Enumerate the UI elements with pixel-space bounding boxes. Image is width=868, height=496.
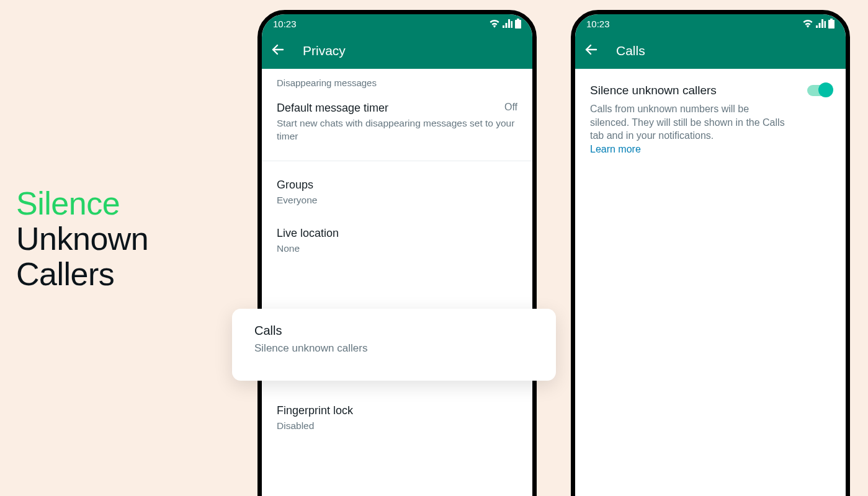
status-bar: 10:23 <box>575 14 846 33</box>
battery-icon <box>515 19 521 29</box>
wifi-icon <box>489 19 500 28</box>
toggle-thumb-icon <box>818 82 833 97</box>
back-arrow-icon[interactable] <box>584 42 599 60</box>
calls-sub: Silence unknown callers <box>254 342 534 356</box>
divider <box>262 161 532 161</box>
live-location-sub: None <box>277 242 517 255</box>
calls-header: Calls <box>575 33 846 69</box>
groups-sub: Everyone <box>277 194 517 207</box>
silence-sub: Calls from unknown numbers will be silen… <box>590 102 789 143</box>
setting-groups[interactable]: Groups Everyone <box>262 170 532 218</box>
status-bar: 10:23 <box>262 14 532 33</box>
feature-headline: Silence Unknown Callers <box>16 186 148 293</box>
privacy-header: Privacy <box>262 33 532 69</box>
headline-line-3: Callers <box>16 257 148 292</box>
setting-live-location[interactable]: Live location None <box>262 218 532 267</box>
calls-content: Silence unknown callers Calls from unkno… <box>575 69 846 170</box>
phone-privacy: 10:23 Privacy Disappearing messages Defa… <box>257 10 537 496</box>
status-icons <box>802 19 834 29</box>
default-timer-sub: Start new chats with disappearing messag… <box>277 117 517 143</box>
fingerprint-title: Fingerprint lock <box>277 404 517 417</box>
phone-calls: 10:23 Calls Silence unknown callers Call… <box>571 10 850 496</box>
calls-header-title: Calls <box>616 43 645 58</box>
status-icons <box>489 19 521 29</box>
setting-default-timer[interactable]: Default message timer Off Start new chat… <box>262 93 532 154</box>
fingerprint-sub: Disabled <box>277 420 517 433</box>
default-timer-value: Off <box>504 102 517 113</box>
silence-title: Silence unknown callers <box>590 84 831 97</box>
silence-toggle[interactable] <box>807 85 832 96</box>
calls-title: Calls <box>254 324 534 338</box>
privacy-title: Privacy <box>303 43 346 58</box>
battery-icon <box>828 19 834 29</box>
learn-more-link[interactable]: Learn more <box>590 144 641 155</box>
headline-line-1: Silence <box>16 186 148 221</box>
wifi-icon <box>802 19 813 28</box>
setting-silence-unknown[interactable]: Silence unknown callers Calls from unkno… <box>575 69 846 170</box>
signal-icon <box>503 19 512 28</box>
setting-fingerprint[interactable]: Fingerprint lock Disabled <box>262 396 532 444</box>
headline-line-2: Unknown <box>16 221 148 257</box>
disappearing-section-header: Disappearing messages <box>262 69 532 93</box>
privacy-content: Disappearing messages Default message ti… <box>262 69 532 444</box>
default-timer-title: Default message timer <box>277 102 517 115</box>
back-arrow-icon[interactable] <box>271 42 285 60</box>
signal-icon <box>816 19 826 28</box>
setting-calls-highlight[interactable]: Calls Silence unknown callers <box>232 309 556 381</box>
groups-title: Groups <box>277 179 517 192</box>
live-location-title: Live location <box>277 227 517 240</box>
status-time: 10:23 <box>273 19 297 29</box>
status-time: 10:23 <box>586 19 610 29</box>
